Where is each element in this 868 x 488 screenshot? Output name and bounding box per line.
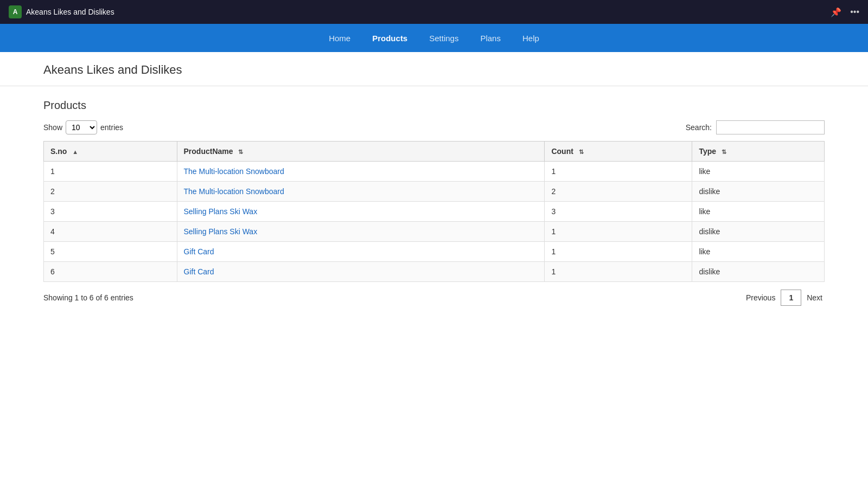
cell-sno: 5 [44,242,177,262]
nav-item-home[interactable]: Home [329,31,350,45]
page-title: Akeans Likes and Dislikes [43,63,825,77]
cell-sno: 1 [44,162,177,182]
nav-item-products[interactable]: Products [372,31,407,45]
table-row: 4Selling Plans Ski Wax1dislike [44,222,825,242]
sort-count-icon: ⇅ [579,149,584,155]
cell-sno: 4 [44,222,177,242]
more-options-icon[interactable]: ••• [850,7,859,17]
cell-count: 1 [545,222,692,242]
col-count[interactable]: Count ⇅ [545,142,692,162]
main-content: Products Show 10 25 50 100 entries Searc… [0,86,868,319]
nav-item-plans[interactable]: Plans [480,31,501,45]
product-link[interactable]: Gift Card [184,267,214,276]
search-input[interactable] [716,120,825,134]
product-link[interactable]: Selling Plans Ski Wax [184,227,258,236]
sort-sno-icon: ▲ [72,149,78,155]
cell-sno: 3 [44,202,177,222]
pagination-row: Showing 1 to 6 of 6 entries Previous 1 N… [43,290,825,306]
section-title: Products [43,99,825,112]
entries-label: entries [100,123,123,132]
cell-count: 1 [545,242,692,262]
cell-product-name: Selling Plans Ski Wax [177,202,545,222]
table-row: 1The Multi-location Snowboard1like [44,162,825,182]
cell-count: 1 [545,162,692,182]
cell-sno: 6 [44,262,177,282]
controls-row: Show 10 25 50 100 entries Search: [43,120,825,134]
table-row: 2The Multi-location Snowboard2dislike [44,182,825,202]
search-row: Search: [686,120,825,134]
product-link[interactable]: Selling Plans Ski Wax [184,207,258,216]
cell-type: like [692,202,825,222]
show-label: Show [43,123,62,132]
pin-icon[interactable]: 📌 [831,7,841,17]
top-bar: A Akeans Likes and Dislikes 📌 ••• [0,0,868,24]
cell-count: 3 [545,202,692,222]
cell-type: dislike [692,262,825,282]
nav-item-help[interactable]: Help [522,31,539,45]
product-link[interactable]: The Multi-location Snowboard [184,167,284,176]
table-header-row: S.no ▲ ProductName ⇅ Count ⇅ Type ⇅ [44,142,825,162]
col-type[interactable]: Type ⇅ [692,142,825,162]
cell-product-name: Gift Card [177,262,545,282]
sort-type-icon: ⇅ [722,149,726,155]
top-bar-left: A Akeans Likes and Dislikes [9,5,114,18]
app-title-topbar: Akeans Likes and Dislikes [26,8,114,16]
table-row: 3Selling Plans Ski Wax3like [44,202,825,222]
pagination-info: Showing 1 to 6 of 6 entries [43,293,133,302]
app-logo: A [9,5,22,18]
entries-select[interactable]: 10 25 50 100 [66,120,97,134]
nav-item-settings[interactable]: Settings [429,31,458,45]
cell-product-name: The Multi-location Snowboard [177,182,545,202]
show-entries: Show 10 25 50 100 entries [43,120,123,134]
previous-button[interactable]: Previous [744,290,777,305]
cell-type: like [692,242,825,262]
cell-type: like [692,162,825,182]
top-bar-right: 📌 ••• [831,7,859,17]
pagination-controls: Previous 1 Next [744,290,825,306]
nav-bar: Home Products Settings Plans Help [0,24,868,52]
cell-count: 1 [545,262,692,282]
page-1-button[interactable]: 1 [781,290,801,306]
cell-type: dislike [692,182,825,202]
cell-sno: 2 [44,182,177,202]
table-row: 5Gift Card1like [44,242,825,262]
cell-count: 2 [545,182,692,202]
cell-type: dislike [692,222,825,242]
col-sno[interactable]: S.no ▲ [44,142,177,162]
sort-productname-icon: ⇅ [238,149,243,155]
products-table: S.no ▲ ProductName ⇅ Count ⇅ Type ⇅ 1The… [43,141,825,282]
search-label: Search: [686,123,712,132]
page-header: Akeans Likes and Dislikes [0,52,868,86]
next-button[interactable]: Next [805,290,825,305]
cell-product-name: Gift Card [177,242,545,262]
product-link[interactable]: Gift Card [184,247,214,256]
product-link[interactable]: The Multi-location Snowboard [184,187,284,196]
col-product-name[interactable]: ProductName ⇅ [177,142,545,162]
cell-product-name: Selling Plans Ski Wax [177,222,545,242]
table-row: 6Gift Card1dislike [44,262,825,282]
cell-product-name: The Multi-location Snowboard [177,162,545,182]
